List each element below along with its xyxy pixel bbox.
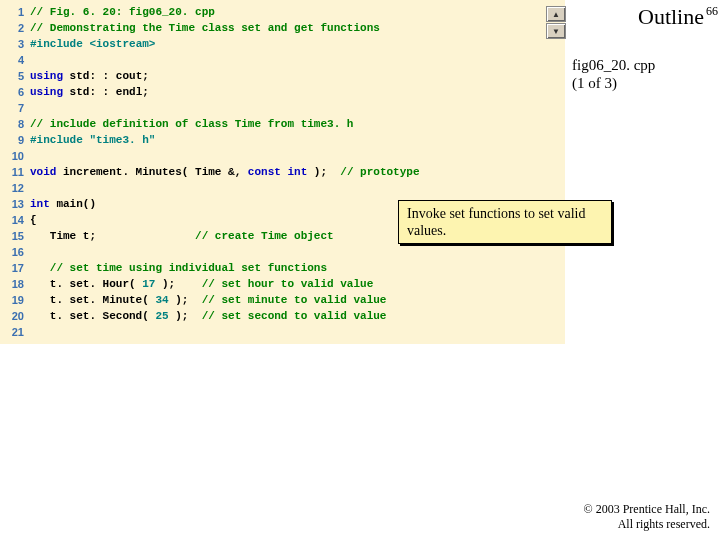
nav-up-button[interactable]: ▲ <box>546 6 566 22</box>
line-number: 1 <box>0 4 30 20</box>
code-text <box>30 244 37 260</box>
code-line: 4 <box>0 52 565 68</box>
line-number: 10 <box>0 148 30 164</box>
code-line: 21 <box>0 324 565 340</box>
line-number: 8 <box>0 116 30 132</box>
code-line: 3#include <iostream> <box>0 36 565 52</box>
code-text: { <box>30 212 37 228</box>
code-text <box>30 100 37 116</box>
code-line: 2// Demonstrating the Time class set and… <box>0 20 565 36</box>
code-text: // include definition of class Time from… <box>30 116 353 132</box>
nav-buttons: ▲ ▼ <box>546 6 566 40</box>
line-number: 21 <box>0 324 30 340</box>
line-number: 16 <box>0 244 30 260</box>
line-number: 5 <box>0 68 30 84</box>
annotation-callout: Invoke set functions to set valid values… <box>398 200 612 244</box>
outline-label: Outline <box>572 4 712 30</box>
line-number: 15 <box>0 228 30 244</box>
outline-panel: ▲ ▼ Outline fig06_20. cpp (1 of 3) <box>572 4 712 92</box>
code-text: using std: : cout; <box>30 68 149 84</box>
line-number: 20 <box>0 308 30 324</box>
code-text: t. set. Second( 25 ); // set second to v… <box>30 308 386 324</box>
nav-down-button[interactable]: ▼ <box>546 23 566 39</box>
code-text <box>30 180 37 196</box>
code-text: t. set. Minute( 34 ); // set minute to v… <box>30 292 386 308</box>
code-listing: 1// Fig. 6. 20: fig06_20. cpp2// Demonst… <box>0 0 565 344</box>
line-number: 4 <box>0 52 30 68</box>
code-line: 11void increment. Minutes( Time &, const… <box>0 164 565 180</box>
code-line: 8// include definition of class Time fro… <box>0 116 565 132</box>
code-text: void increment. Minutes( Time &, const i… <box>30 164 420 180</box>
line-number: 14 <box>0 212 30 228</box>
line-number: 7 <box>0 100 30 116</box>
file-part: (1 of 3) <box>572 75 617 91</box>
line-number: 18 <box>0 276 30 292</box>
code-line: 9#include "time3. h" <box>0 132 565 148</box>
line-number: 11 <box>0 164 30 180</box>
code-text: int main() <box>30 196 96 212</box>
copyright-line1: © 2003 Prentice Hall, Inc. <box>584 502 710 516</box>
code-text: #include "time3. h" <box>30 132 155 148</box>
line-number: 17 <box>0 260 30 276</box>
line-number: 12 <box>0 180 30 196</box>
line-number: 19 <box>0 292 30 308</box>
code-text <box>30 148 37 164</box>
code-line: 1// Fig. 6. 20: fig06_20. cpp <box>0 4 565 20</box>
code-line: 12 <box>0 180 565 196</box>
file-label: fig06_20. cpp (1 of 3) <box>572 56 712 92</box>
code-text: t. set. Hour( 17 ); // set hour to valid… <box>30 276 373 292</box>
code-line: 17 // set time using individual set func… <box>0 260 565 276</box>
code-line: 6using std: : endl; <box>0 84 565 100</box>
code-line: 7 <box>0 100 565 116</box>
code-text <box>30 52 37 68</box>
code-line: 16 <box>0 244 565 260</box>
code-line: 5using std: : cout; <box>0 68 565 84</box>
copyright-notice: © 2003 Prentice Hall, Inc. All rights re… <box>584 502 710 532</box>
code-text: // set time using individual set functio… <box>30 260 327 276</box>
line-number: 3 <box>0 36 30 52</box>
copyright-line2: All rights reserved. <box>618 517 710 531</box>
code-text: #include <iostream> <box>30 36 155 52</box>
code-text <box>30 324 37 340</box>
code-text: // Fig. 6. 20: fig06_20. cpp <box>30 4 215 20</box>
line-number: 2 <box>0 20 30 36</box>
code-text: using std: : endl; <box>30 84 149 100</box>
code-line: 10 <box>0 148 565 164</box>
line-number: 13 <box>0 196 30 212</box>
line-number: 6 <box>0 84 30 100</box>
code-text: Time t; // create Time object <box>30 228 334 244</box>
code-line: 19 t. set. Minute( 34 ); // set minute t… <box>0 292 565 308</box>
file-name: fig06_20. cpp <box>572 57 655 73</box>
code-text: // Demonstrating the Time class set and … <box>30 20 380 36</box>
line-number: 9 <box>0 132 30 148</box>
code-line: 18 t. set. Hour( 17 ); // set hour to va… <box>0 276 565 292</box>
code-line: 20 t. set. Second( 25 ); // set second t… <box>0 308 565 324</box>
